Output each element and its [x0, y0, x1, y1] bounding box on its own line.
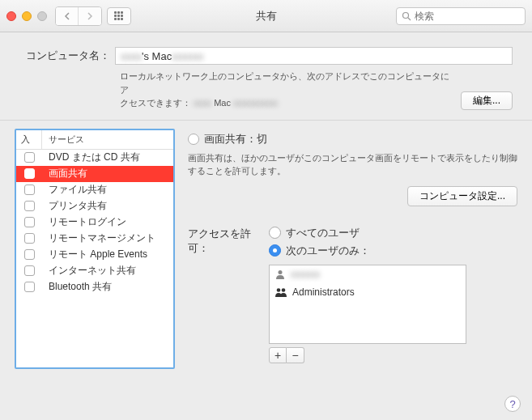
- minimize-icon[interactable]: [22, 11, 32, 21]
- service-row[interactable]: リモートログイン: [16, 214, 173, 231]
- service-name: リモートログイン: [42, 215, 173, 229]
- computer-name-section: コンピュータ名： xxxx 's Mac xxxxxx ローカルネットワーク上の…: [0, 32, 532, 121]
- access-label: アクセスを許可：: [188, 226, 269, 256]
- svg-point-4: [282, 288, 286, 292]
- main-content: 入 サービス DVD または CD 共有画面共有ファイル共有プリンタ共有リモート…: [0, 121, 532, 380]
- remove-user-button[interactable]: −: [287, 347, 304, 363]
- detail-pane: 画面共有：切 画面共有は、ほかのユーザがこのコンピュータ画面をリモートで表示をし…: [188, 129, 517, 369]
- add-remove-bar: + −: [269, 347, 466, 363]
- service-row[interactable]: DVD または CD 共有: [16, 150, 173, 166]
- user-row[interactable]: xxxxxx: [270, 265, 466, 283]
- service-name: インターネット共有: [42, 264, 173, 278]
- services-list[interactable]: 入 サービス DVD または CD 共有画面共有ファイル共有プリンタ共有リモート…: [15, 129, 175, 369]
- computer-name-value: 's Mac: [142, 50, 172, 62]
- access-opt-only[interactable]: 次のユーザのみ：: [269, 244, 517, 258]
- opt-only-label: 次のユーザのみ：: [286, 244, 370, 258]
- add-user-button[interactable]: +: [269, 347, 287, 363]
- radio-icon: [269, 227, 281, 239]
- service-name: Bluetooth 共有: [42, 280, 173, 294]
- service-checkbox[interactable]: [16, 168, 42, 179]
- services-body: DVD または CD 共有画面共有ファイル共有プリンタ共有リモートログインリモー…: [16, 150, 173, 295]
- service-checkbox[interactable]: [16, 201, 42, 211]
- service-checkbox[interactable]: [16, 265, 42, 276]
- status-title: 画面共有：切: [204, 132, 267, 146]
- service-name: ファイル共有: [42, 183, 173, 197]
- service-name: DVD または CD 共有: [42, 151, 173, 164]
- radio-icon: [269, 244, 281, 257]
- help-button[interactable]: ?: [504, 396, 521, 412]
- service-row[interactable]: 画面共有: [16, 166, 173, 182]
- close-icon[interactable]: [6, 11, 16, 21]
- status-desc: 画面共有は、ほかのユーザがこのコンピュータ画面をリモートで表示をしたり制御するこ…: [188, 151, 517, 178]
- edit-button[interactable]: 編集...: [461, 91, 513, 110]
- svg-line-1: [408, 18, 411, 20]
- service-row[interactable]: Bluetooth 共有: [16, 279, 173, 295]
- grid-icon: [114, 11, 124, 21]
- status-indicator-icon: [188, 134, 199, 145]
- service-row[interactable]: リモート Apple Events: [16, 247, 173, 263]
- window-title: 共有: [256, 9, 277, 23]
- computer-name-redacted-2: xxxxxx: [172, 50, 203, 62]
- user-list[interactable]: xxxxxxAdministrators: [269, 265, 466, 344]
- search-field[interactable]: [396, 7, 526, 25]
- user-row[interactable]: Administrators: [270, 283, 466, 301]
- status-row: 画面共有：切: [188, 132, 517, 146]
- service-name: リモートマネージメント: [42, 231, 173, 245]
- window-controls: [6, 11, 47, 21]
- service-checkbox[interactable]: [16, 233, 42, 244]
- titlebar: 共有: [0, 0, 532, 32]
- search-input[interactable]: [415, 11, 532, 22]
- computer-name-field[interactable]: xxxx 's Mac xxxxxx: [115, 47, 513, 65]
- computer-name-redacted: xxxx: [121, 50, 142, 62]
- services-header: 入 サービス: [16, 130, 173, 150]
- group-icon: [275, 286, 287, 298]
- service-checkbox[interactable]: [16, 249, 42, 260]
- computer-name-desc: ローカルネットワーク上のコンピュータから、次のアドレスでこのコンピュータにア ク…: [120, 70, 454, 110]
- forward-button[interactable]: [79, 7, 101, 25]
- person-icon: [275, 269, 286, 280]
- service-name: プリンタ共有: [42, 199, 173, 213]
- service-name: リモート Apple Events: [42, 248, 173, 261]
- service-row[interactable]: リモートマネージメント: [16, 231, 173, 247]
- service-row[interactable]: プリンタ共有: [16, 198, 173, 214]
- service-name: 画面共有: [42, 167, 173, 180]
- service-row[interactable]: ファイル共有: [16, 182, 173, 198]
- service-checkbox[interactable]: [16, 217, 42, 227]
- opt-all-label: すべてのユーザ: [286, 226, 360, 240]
- nav-segment: [55, 6, 102, 26]
- access-section: アクセスを許可： すべてのユーザ 次のユーザのみ： xxxxxxAdminist…: [188, 226, 517, 363]
- service-checkbox[interactable]: [16, 282, 42, 292]
- svg-point-0: [403, 12, 409, 18]
- user-name: xxxxxx: [291, 269, 320, 280]
- computer-name-label: コンピュータ名：: [19, 49, 115, 63]
- service-checkbox[interactable]: [16, 185, 42, 195]
- svg-point-2: [279, 270, 283, 274]
- search-icon: [402, 11, 411, 21]
- access-opt-all[interactable]: すべてのユーザ: [269, 226, 517, 240]
- col-header-on[interactable]: 入: [16, 130, 42, 149]
- svg-point-3: [277, 288, 281, 292]
- show-all-button[interactable]: [107, 7, 131, 25]
- service-row[interactable]: インターネット共有: [16, 263, 173, 279]
- computer-settings-button[interactable]: コンピュータ設定...: [407, 186, 517, 206]
- user-name: Administrators: [292, 286, 355, 298]
- service-checkbox[interactable]: [16, 152, 42, 163]
- zoom-icon: [37, 11, 47, 21]
- col-header-name[interactable]: サービス: [42, 130, 173, 149]
- back-button[interactable]: [56, 7, 79, 25]
